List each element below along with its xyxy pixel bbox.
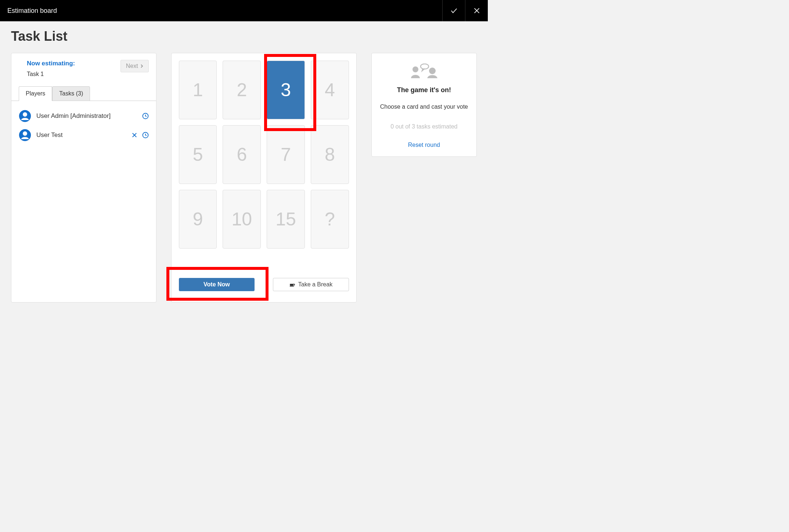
game-subtitle: Choose a card and cast your vote — [378, 103, 470, 111]
header-bar: Estimation board — [0, 0, 488, 21]
svg-point-12 — [412, 66, 418, 72]
avatar-icon — [19, 129, 31, 141]
tab-players[interactable]: Players — [19, 86, 52, 101]
take-break-button[interactable]: Take a Break — [273, 278, 349, 291]
next-button-label: Next — [126, 63, 138, 69]
player-name: User Test — [36, 131, 126, 139]
svg-point-14 — [421, 64, 429, 69]
card-5[interactable]: 5 — [179, 125, 217, 184]
right-panel: The game it's on! Choose a card and cast… — [371, 53, 477, 157]
player-name: User Admin [Administrator] — [36, 112, 137, 120]
svg-point-6 — [23, 131, 27, 136]
player-actions — [142, 113, 149, 119]
chevron-right-icon — [140, 64, 143, 68]
game-on-title: The game it's on! — [378, 86, 470, 94]
vote-now-button[interactable]: Vote Now — [179, 278, 255, 291]
card-unknown[interactable]: ? — [311, 190, 349, 249]
check-icon — [450, 7, 458, 15]
svg-rect-10 — [290, 284, 293, 286]
card-4[interactable]: 4 — [311, 61, 349, 119]
svg-point-3 — [23, 112, 27, 117]
tab-tasks[interactable]: Tasks (3) — [52, 86, 90, 101]
pending-icon[interactable] — [142, 132, 149, 138]
reset-round-link[interactable]: Reset round — [378, 142, 470, 148]
tabs: Players Tasks (3) — [11, 86, 156, 101]
center-panel: 1 2 3 4 5 6 7 8 9 10 15 ? Vote Now — [171, 53, 357, 303]
card-3[interactable]: 3 — [267, 61, 305, 119]
confirm-button[interactable] — [442, 0, 465, 21]
take-break-label: Take a Break — [298, 281, 332, 288]
pending-icon[interactable] — [142, 113, 149, 119]
page-title: Task List — [11, 29, 477, 44]
now-estimating: Now estimating: Task 1 — [27, 60, 75, 77]
close-icon — [473, 7, 481, 15]
player-row: User Test — [19, 129, 149, 141]
player-row: User Admin [Administrator] — [19, 110, 149, 122]
next-button[interactable]: Next — [120, 60, 149, 72]
player-actions — [131, 132, 149, 138]
card-10[interactable]: 10 — [223, 190, 261, 249]
card-2[interactable]: 2 — [223, 61, 261, 119]
close-button[interactable] — [465, 0, 488, 21]
header-title: Estimation board — [7, 7, 57, 15]
center-buttons: Vote Now Take a Break — [179, 278, 349, 291]
svg-point-13 — [429, 68, 436, 74]
card-grid: 1 2 3 4 5 6 7 8 9 10 15 ? — [179, 61, 349, 249]
player-list: User Admin [Administrator] User Test — [11, 101, 156, 157]
card-9[interactable]: 9 — [179, 190, 217, 249]
columns: Now estimating: Task 1 Next Players Task… — [11, 53, 477, 303]
card-7[interactable]: 7 — [267, 125, 305, 184]
card-15[interactable]: 15 — [267, 190, 305, 249]
task-progress: 0 out of 3 tasks estimated — [378, 123, 470, 130]
left-panel: Now estimating: Task 1 Next Players Task… — [11, 53, 156, 303]
now-estimating-label: Now estimating: — [27, 60, 75, 67]
left-header: Now estimating: Task 1 Next — [11, 53, 156, 79]
vote-now-label: Vote Now — [203, 281, 230, 288]
page-content: Task List Now estimating: Task 1 Next Pl… — [0, 21, 488, 314]
remove-player-button[interactable] — [131, 132, 138, 138]
svg-rect-11 — [289, 286, 294, 287]
avatar-icon — [19, 110, 31, 122]
card-1[interactable]: 1 — [179, 61, 217, 119]
header-actions — [442, 0, 488, 21]
current-task: Task 1 — [27, 71, 75, 77]
coffee-icon — [289, 282, 295, 287]
card-8[interactable]: 8 — [311, 125, 349, 184]
discussion-icon — [407, 64, 440, 78]
card-6[interactable]: 6 — [223, 125, 261, 184]
